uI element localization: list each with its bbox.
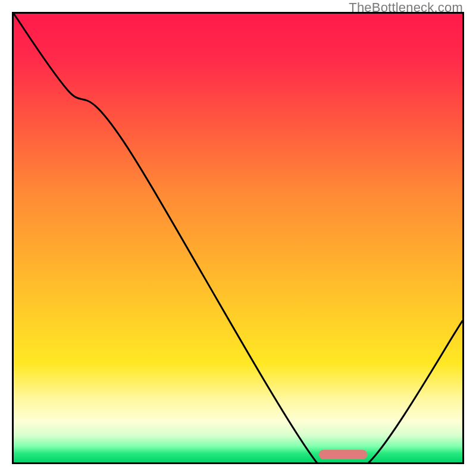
chart-frame: TheBottleneck.com (0, 0, 476, 476)
line-curve (14, 14, 462, 462)
target-marker (319, 450, 367, 459)
plot-area (12, 12, 464, 464)
